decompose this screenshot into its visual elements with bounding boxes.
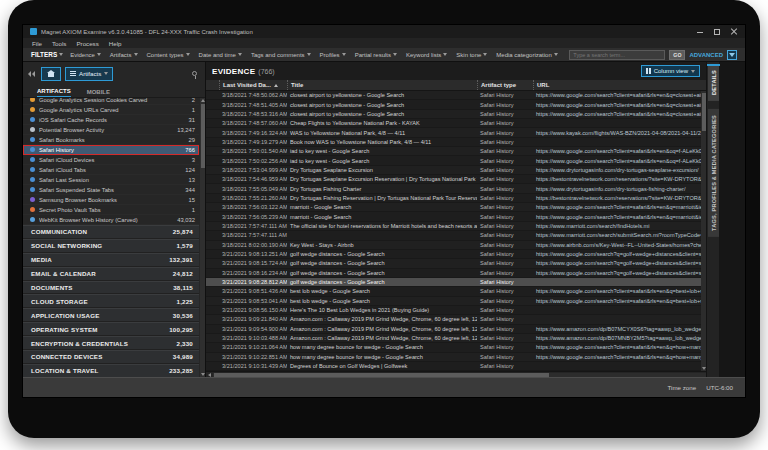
- cell-artifact-type: Safari History: [477, 195, 533, 201]
- table-row[interactable]: 3/18/2021 7:49:19.279 AMBook now WAS to …: [206, 138, 701, 147]
- table-row[interactable]: 3/18/2021 8:02:00.190 AMKey West - Stays…: [206, 241, 701, 250]
- artifact-row[interactable]: Safari Bookmarks29: [23, 135, 199, 145]
- category-row[interactable]: MEDIA132,391: [23, 253, 199, 267]
- category-row[interactable]: COMMUNICATION25,874: [23, 225, 199, 239]
- category-row[interactable]: OPERATING SYSTEM100,295: [23, 322, 199, 336]
- category-row[interactable]: ENCRYPTION & CREDENTIALS2,330: [23, 336, 199, 350]
- pin-icon[interactable]: [192, 71, 197, 76]
- table-row[interactable]: 3/21/2021 9:10:21.064 AMhow many degree …: [206, 343, 701, 352]
- category-row[interactable]: CLOUD STORAGE1,225: [23, 294, 199, 308]
- filter-dropdown[interactable]: Skin tone: [456, 52, 487, 58]
- table-row[interactable]: 3/18/2021 7:53:04.999 AMDry Tortugas Sea…: [206, 166, 701, 175]
- column-header-url[interactable]: URL: [533, 80, 706, 90]
- filter-dropdown[interactable]: Artifacts: [110, 52, 138, 58]
- table-row[interactable]: 3/21/2021 9:08:13.251 AMgolf wedge dista…: [206, 250, 701, 259]
- table-row[interactable]: 3/21/2021 9:08:15.724 AMgolf wedge dista…: [206, 259, 701, 268]
- table-row[interactable]: 3/18/2021 7:48:51.405 AMclosest airport …: [206, 100, 701, 109]
- table-row[interactable]: 3/18/2021 7:54:46.959 AMDry Tortugas Sea…: [206, 175, 701, 184]
- filter-dropdown[interactable]: Tags and comments: [251, 52, 311, 58]
- search-input[interactable]: [569, 50, 665, 60]
- table-row[interactable]: 3/18/2021 7:48:53.316 AMclosest airport …: [206, 110, 701, 119]
- category-row[interactable]: SOCIAL NETWORKING1,579: [23, 239, 199, 253]
- scroll-left-icon[interactable]: [208, 373, 211, 377]
- collapse-sidebar-icon[interactable]: [28, 71, 35, 77]
- maximize-button[interactable]: [713, 28, 721, 36]
- table-row[interactable]: 3/18/2021 7:55:05.049 AMDry Tortugas Fis…: [206, 184, 701, 193]
- table-row[interactable]: 3/18/2021 7:56:05.239 AMmarriott - Googl…: [206, 212, 701, 221]
- artifact-row[interactable]: Google Analytics Session Cookies Carved2: [23, 98, 199, 105]
- menu-item[interactable]: Help: [109, 40, 122, 47]
- minimize-button[interactable]: [696, 28, 704, 36]
- advanced-link[interactable]: ADVANCED: [689, 52, 723, 58]
- cell-url: https://www.google.com/search?client=saf…: [533, 111, 701, 117]
- artifact-row[interactable]: Safari iCloud Tabs124: [23, 165, 199, 175]
- tab-artifacts[interactable]: ARTIFACTS: [37, 88, 71, 97]
- tab-mobile[interactable]: MOBILE: [87, 89, 110, 97]
- artifact-row[interactable]: Samsung Browser Bookmarks15: [23, 195, 199, 205]
- advanced-filter-button[interactable]: [727, 50, 737, 60]
- table-row[interactable]: 3/18/2021 7:48:50.062 AMclosest airport …: [206, 91, 701, 100]
- table-row[interactable]: 3/21/2021 9:09:21.840 AMAmazon.com : Cal…: [206, 315, 701, 324]
- filter-dropdown[interactable]: Partial results: [355, 52, 397, 58]
- category-row[interactable]: EMAIL & CALENDAR24,812: [23, 267, 199, 281]
- table-row[interactable]: 3/21/2021 9:10:31.439 AMDegrees of Bounc…: [206, 362, 701, 371]
- table-row[interactable]: 3/18/2021 7:50:02.256 AMiad to key west …: [206, 156, 701, 165]
- category-row[interactable]: APPLICATION USAGE30,536: [23, 308, 199, 322]
- artifact-row[interactable]: Secret Photo Vault Tabs1: [23, 205, 199, 215]
- table-scrollbar-vertical[interactable]: [701, 91, 706, 371]
- menu-item[interactable]: Process: [76, 40, 98, 47]
- table-row[interactable]: 3/21/2021 9:08:28.812 AMgolf wedge dista…: [206, 278, 701, 287]
- table-row[interactable]: 3/21/2021 9:08:16.234 AMgolf wedge dista…: [206, 269, 701, 278]
- filters-menu-button[interactable]: FILTERS: [31, 51, 63, 58]
- filter-dropdown[interactable]: Date and time: [199, 52, 242, 58]
- close-button[interactable]: [730, 28, 738, 36]
- artifact-row[interactable]: Safari Last Session13: [23, 175, 199, 185]
- sidebar-scrollbar[interactable]: [200, 98, 205, 377]
- menu-item[interactable]: File: [32, 40, 42, 47]
- scroll-up-icon[interactable]: [201, 99, 205, 102]
- home-button[interactable]: [41, 67, 61, 81]
- column-header-title[interactable]: Title: [287, 80, 477, 90]
- column-view-button[interactable]: Column view: [641, 65, 700, 77]
- table-row[interactable]: 3/18/2021 7:55:21.260 AMDry Tortugas Fis…: [206, 194, 701, 203]
- chevron-down-icon: [342, 53, 346, 56]
- table-row[interactable]: 3/18/2021 7:57:47.111 AMSafari Historyht…: [206, 231, 701, 240]
- category-row[interactable]: CONNECTED DEVICES34,989: [23, 350, 199, 364]
- filter-dropdown[interactable]: Keyword lists: [406, 52, 447, 58]
- table-row[interactable]: 3/21/2021 9:10:03.488 AMAmazon.com : Cal…: [206, 334, 701, 343]
- safari-icon: [30, 167, 35, 172]
- side-panel-tab[interactable]: TAGS, PROFILES & MEDIA CATEGORIES: [707, 109, 720, 237]
- menu-item[interactable]: Tools: [52, 40, 66, 47]
- column-header-last-visited[interactable]: Last Visited Da...: [219, 80, 287, 90]
- artifact-row[interactable]: Google Analytics URLs Carved1: [23, 105, 199, 115]
- filter-dropdown[interactable]: Content types: [147, 52, 190, 58]
- table-row[interactable]: 3/21/2021 9:08:51.436 AMbest lob wedge -…: [206, 287, 701, 296]
- scroll-down-icon[interactable]: [702, 367, 706, 370]
- artifact-row[interactable]: Potential Browser Activity13,247: [23, 125, 199, 135]
- column-header-artifact-type[interactable]: Artifact type: [477, 80, 533, 90]
- table-row[interactable]: 3/18/2021 7:49:16.324 AMWAS to Yellowsto…: [206, 128, 701, 137]
- table-row[interactable]: 3/18/2021 7:50:01.540 AMiad to key west …: [206, 147, 701, 156]
- table-row[interactable]: 3/21/2021 9:08:56.150 AMHere's The 10 Be…: [206, 306, 701, 315]
- scroll-down-icon[interactable]: [201, 373, 205, 376]
- category-row[interactable]: DOCUMENTS38,115: [23, 281, 199, 295]
- go-button[interactable]: GO: [669, 50, 685, 60]
- table-row[interactable]: 3/18/2021 7:57:47.111 AMThe official sit…: [206, 222, 701, 231]
- artifact-row[interactable]: WebKit Browser Web History (Carved)43,03…: [23, 215, 199, 225]
- artifact-row[interactable]: Safari History766: [23, 145, 199, 155]
- side-panel-tab[interactable]: DETAILS: [707, 64, 720, 101]
- artifact-row[interactable]: iOS Safari Cache Records31: [23, 115, 199, 125]
- artifacts-view-dropdown[interactable]: Artifacts: [65, 67, 113, 81]
- filter-dropdown[interactable]: Evidence: [70, 52, 101, 58]
- artifact-row[interactable]: Safari Suspended State Tabs344: [23, 185, 199, 195]
- table-row[interactable]: 3/21/2021 9:08:53.041 AMbest lob wedge -…: [206, 297, 701, 306]
- table-row[interactable]: 3/18/2021 7:48:57.060 AMCheap Flights to…: [206, 119, 701, 128]
- table-row[interactable]: 3/21/2021 9:09:54.900 AMAmazon.com : Cal…: [206, 325, 701, 334]
- category-row[interactable]: LOCATION & TRAVEL233,285: [23, 364, 199, 377]
- artifact-row[interactable]: Safari iCloud Devices3: [23, 155, 199, 165]
- table-row[interactable]: 3/18/2021 7:56:03.122 AMmarriott - Googl…: [206, 203, 701, 212]
- filter-dropdown[interactable]: Profiles: [320, 52, 346, 58]
- filter-dropdown[interactable]: Media categorization: [496, 52, 557, 58]
- table-scrollbar-horizontal[interactable]: [206, 371, 706, 377]
- table-row[interactable]: 3/21/2021 9:10:22.851 AMhow many degree …: [206, 353, 701, 362]
